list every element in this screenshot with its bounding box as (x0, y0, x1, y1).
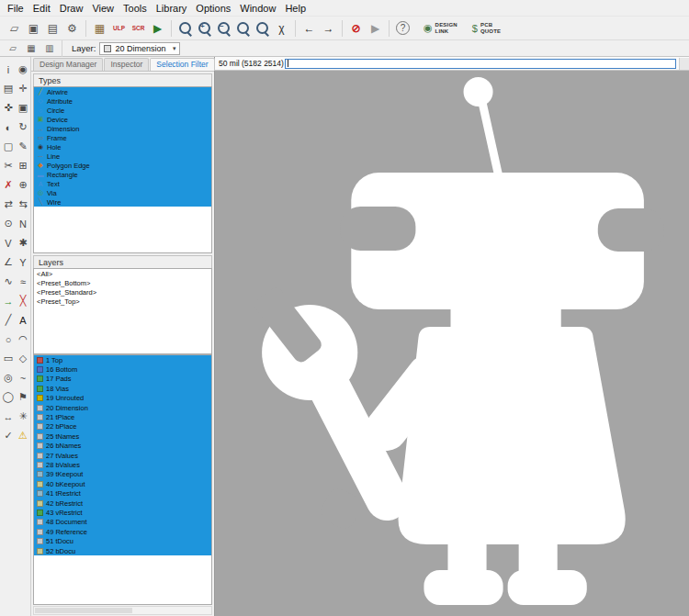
stop-icon[interactable]: ⊘ (346, 19, 366, 38)
preset-item-all[interactable]: <All> (34, 269, 211, 278)
layer-item-tplace[interactable]: 21 tPlace (34, 412, 211, 421)
print-icon[interactable]: ▤ (43, 19, 62, 38)
mirror-tool[interactable]: ◐ (1, 118, 16, 137)
menu-edit[interactable]: Edit (28, 2, 55, 15)
canvas-viewport[interactable] (215, 71, 689, 616)
pinswap-tool[interactable]: ⇄ (1, 195, 16, 214)
dimension-tool[interactable]: ↔ (1, 407, 16, 426)
save-icon[interactable]: ▣ (24, 19, 43, 38)
layer-item-top[interactable]: 1 Top (34, 355, 211, 364)
replace-tool[interactable]: ⇆ (16, 195, 30, 214)
menu-help[interactable]: Help (280, 2, 311, 15)
panel-horizontal-scrollbar[interactable] (33, 606, 212, 615)
scrollbar-thumb[interactable] (35, 608, 132, 613)
preset-item-preset-standard[interactable]: <Preset_Standard> (34, 287, 211, 297)
display-layers-icon[interactable]: ▥ (41, 41, 58, 55)
types-item-wire[interactable]: ╲Wire (34, 197, 211, 207)
drc-tool[interactable]: ✓ (1, 426, 16, 445)
layer-item-pads[interactable]: 17 Pads (34, 375, 211, 384)
preset-item-preset-top[interactable]: <Preset_Top> (34, 297, 211, 306)
mark-tool[interactable]: ✛ (16, 79, 30, 98)
grid-icon[interactable]: ▦ (23, 41, 40, 55)
info-tool[interactable]: i (1, 60, 16, 79)
types-item-device[interactable]: ▣Device (34, 115, 211, 124)
meander-tool[interactable]: ≈ (16, 272, 30, 291)
layer-item-tnames[interactable]: 25 tNames (34, 431, 211, 441)
menu-window[interactable]: Window (235, 2, 280, 15)
miter-tool[interactable]: ∠ (1, 252, 16, 272)
cam-processor-icon[interactable]: ⚙ (62, 19, 82, 38)
rect-tool[interactable]: ▭ (1, 349, 16, 368)
circle-tool[interactable]: ○ (1, 330, 16, 349)
wire-tool[interactable]: ╱ (1, 310, 16, 330)
display-tool[interactable]: ▤ (1, 79, 16, 98)
via-tool[interactable]: ◎ (1, 368, 16, 387)
rotate-tool[interactable]: ↻ (16, 118, 30, 137)
menu-tools[interactable]: Tools (119, 2, 152, 15)
types-item-hole[interactable]: ◉Hole (34, 142, 211, 151)
split-tool[interactable]: Y (16, 252, 30, 272)
text-tool[interactable]: A (16, 310, 30, 330)
layer-item-vias[interactable]: 18 Vias (34, 384, 211, 393)
zoom-fit-icon[interactable] (175, 19, 195, 38)
script-icon[interactable]: SCR (129, 19, 148, 38)
layer-item-bdocu[interactable]: 52 bDocu (34, 546, 211, 555)
command-input[interactable] (285, 59, 676, 69)
scrollbar-corner[interactable] (679, 58, 689, 70)
types-item-text[interactable]: AText (34, 179, 211, 188)
smash-tool[interactable]: ✱ (16, 233, 30, 252)
layer-item-tkeepout[interactable]: 39 tKeepout (34, 470, 211, 479)
layer-dropdown[interactable]: 20 Dimension ▾ (99, 42, 180, 55)
tab-inspector[interactable]: Inspector (104, 58, 149, 71)
polygon-tool[interactable]: ◇ (16, 349, 30, 368)
help-icon[interactable]: ? (396, 21, 410, 35)
zoom-redraw-icon[interactable] (233, 19, 253, 38)
layer-item-bvalues[interactable]: 28 bValues (34, 460, 211, 469)
show-tool[interactable]: ◉ (16, 60, 30, 79)
arc-tool[interactable]: ◠ (16, 330, 30, 349)
types-item-via[interactable]: ◎Via (34, 188, 211, 197)
layer-item-document[interactable]: 48 Document (34, 518, 211, 527)
layer-item-unrouted[interactable]: 19 Unrouted (34, 394, 211, 403)
layer-item-bkeepout[interactable]: 40 bKeepout (34, 479, 211, 488)
ripup-tool[interactable]: ╳ (16, 291, 30, 310)
menu-file[interactable]: File (3, 2, 28, 15)
layer-item-dimension[interactable]: 20 Dimension (34, 403, 211, 412)
layer-item-bottom[interactable]: 16 Bottom (34, 364, 211, 374)
pcb-quote-button[interactable]: $PCBQUOTE (469, 21, 504, 36)
errors-tool[interactable]: ⚠ (16, 426, 30, 445)
add-tool[interactable]: ⊕ (16, 175, 30, 195)
move-tool[interactable]: ✜ (1, 98, 16, 118)
name-tool[interactable]: N (16, 214, 30, 233)
go-icon[interactable]: ▶ (366, 19, 385, 38)
zoom-out-icon[interactable]: − (214, 19, 233, 38)
run-ulp-icon[interactable]: ULP (109, 19, 129, 38)
types-item-circle[interactable]: ○Circle (34, 106, 211, 115)
attribute-tool[interactable]: ⚑ (16, 387, 30, 407)
preset-item-preset-bottom[interactable]: <Preset_Bottom> (34, 278, 211, 287)
hole-tool[interactable]: ◯ (1, 387, 16, 407)
value-tool[interactable]: V (1, 233, 16, 252)
route-tool[interactable]: → (1, 291, 16, 310)
layer-item-vrestrict[interactable]: 43 vRestrict (34, 508, 211, 517)
types-item-line[interactable]: ─Line (34, 151, 211, 161)
menu-draw[interactable]: Draw (55, 2, 88, 15)
tab-design-manager[interactable]: Design Manager (33, 58, 103, 71)
load-design-icon[interactable]: ▦ (90, 19, 109, 38)
types-item-polygon-edge[interactable]: ◆Polygon Edge (34, 161, 211, 170)
cut-tool[interactable]: ✂ (1, 156, 16, 175)
layer-item-bnames[interactable]: 26 bNames (34, 442, 211, 451)
zoom-select-icon[interactable] (253, 19, 272, 38)
design-link-button[interactable]: ◉DESIGNLINK (420, 21, 461, 36)
change-tool[interactable]: ✎ (16, 137, 30, 156)
undo-icon[interactable]: ← (299, 19, 319, 38)
layer-item-reference[interactable]: 49 Reference (34, 527, 211, 536)
group-tool[interactable]: ▢ (1, 137, 16, 156)
layer-item-trestrict[interactable]: 41 tRestrict (34, 488, 211, 498)
lock-tool[interactable]: ⊙ (1, 214, 16, 233)
zoom-in-icon[interactable]: + (195, 19, 214, 38)
optimize-tool[interactable]: ∿ (1, 272, 16, 291)
paste-tool[interactable]: ⊞ (16, 156, 30, 175)
board-icon[interactable]: ▱ (5, 41, 21, 55)
ratsnest-tool[interactable]: ✳ (16, 407, 30, 426)
